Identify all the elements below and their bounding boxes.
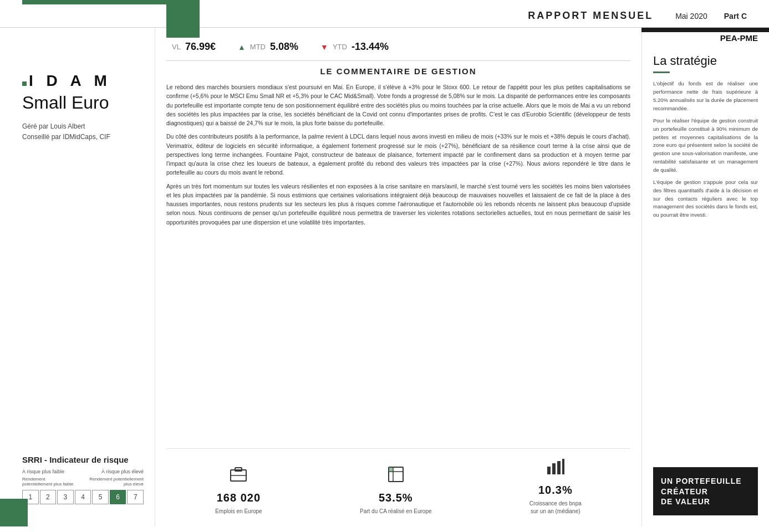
svg-rect-9 — [557, 461, 561, 474]
srri-boxes: 1 2 3 4 5 6 7 — [22, 490, 144, 504]
tagline-line1: UN PORTEFEUILLE — [661, 476, 750, 486]
bnpa-value: 10.3% — [538, 484, 573, 497]
srri-box-5: 5 — [92, 490, 109, 504]
ca-value: 53.5% — [379, 492, 413, 504]
ytd-arrow-icon: ▼ — [320, 43, 328, 52]
srri-label-low: À risque plus faible — [22, 469, 64, 474]
brand-dot — [22, 81, 27, 86]
svg-rect-7 — [547, 467, 551, 474]
srri-box-2: 2 — [40, 490, 57, 504]
strategy-p1: L'objectif du fonds est de réaliser une … — [653, 80, 758, 112]
commentary-section: LE COMMENTAIRE DE GESTION Le rebond des … — [166, 66, 630, 443]
srri-sublabel-high: Rendement potentiellementplus élevé — [89, 477, 144, 487]
srri-title: SRRI - Indicateur de risque — [22, 455, 144, 464]
brand-name: I D A M — [29, 72, 111, 89]
brand-name-row: I D A M — [22, 72, 144, 90]
mtd-arrow-icon: ▲ — [238, 43, 246, 52]
tagline-line3: DE VALEUR — [661, 497, 750, 507]
mtd-label: MTD — [250, 43, 266, 51]
left-sidebar: I D A M Small Euro Géré par Louis Albert… — [0, 28, 155, 526]
bottom-stats-row: 168 020 Emplois en Europe 53.5% Part du … — [166, 448, 630, 515]
green-top-bar — [22, 0, 200, 4]
manager-info: Géré par Louis Albert Conseillé par IDMi… — [22, 121, 144, 142]
ytd-label: YTD — [333, 43, 347, 51]
commentary-text: Le rebond des marchés boursiers mondiaux… — [166, 83, 630, 227]
tagline-block: UN PORTEFEUILLE CRÉATEUR DE VALEUR — [653, 467, 758, 515]
fund-name: Small Euro — [22, 93, 144, 112]
srri-sublabel-low: Rendementpotentiellement plus faible — [22, 477, 74, 487]
stat-ytd: ▼ YTD -13.44% — [320, 41, 389, 53]
tagline-line2: CRÉATEUR — [661, 487, 750, 497]
right-top-bar — [641, 28, 769, 32]
vl-label: VL — [172, 43, 181, 51]
srri-box-7: 7 — [127, 490, 144, 504]
srri-sublabels: Rendementpotentiellement plus faible Ren… — [22, 477, 144, 487]
emplois-icon — [228, 464, 248, 488]
ca-icon — [386, 464, 406, 488]
pea-pme-label: PEA-PME — [653, 33, 758, 43]
manager-line2: Conseillé par IDMidCaps, CIF — [22, 132, 144, 142]
svg-rect-10 — [562, 459, 564, 474]
ca-label: Part du CA réalisé en Europe — [360, 508, 432, 515]
manager-line1: Géré par Louis Albert — [22, 121, 144, 132]
svg-rect-6 — [389, 467, 393, 472]
mtd-value: 5.08% — [270, 41, 298, 53]
main-layout: I D A M Small Euro Géré par Louis Albert… — [0, 28, 769, 526]
strategy-title: La stratégie — [653, 54, 758, 68]
srri-box-6-active: 6 — [110, 490, 126, 504]
strategy-p3: L'équipe de gestion s'appuie pour cela s… — [653, 178, 758, 219]
commentary-p3: Après un très fort momentum sur toutes l… — [166, 182, 630, 227]
bottom-stat-emplois: 168 020 Emplois en Europe — [215, 464, 262, 515]
right-sidebar: PEA-PME La stratégie L'objectif du fonds… — [641, 28, 769, 526]
bottom-stat-bnpa: 10.3% Croissance des bnpasur un an (médi… — [529, 457, 582, 515]
bnpa-icon — [546, 457, 566, 480]
bottom-stat-ca: 53.5% Part du CA réalisé en Europe — [360, 464, 432, 515]
emplois-value: 168 020 — [217, 492, 261, 504]
vl-value: 76.99€ — [185, 41, 216, 53]
strategy-underline — [653, 71, 670, 73]
green-square-decoration — [166, 4, 200, 38]
srri-labels: À risque plus faible À risque plus élevé — [22, 469, 144, 474]
center-content: VL 76.99€ ▲ MTD 5.08% ▼ YTD -13.44% LE C… — [155, 28, 641, 526]
stat-vl: VL 76.99€ — [172, 41, 216, 53]
ytd-value: -13.44% — [352, 41, 389, 53]
stats-row: VL 76.99€ ▲ MTD 5.08% ▼ YTD -13.44% — [166, 33, 630, 61]
bnpa-label: Croissance des bnpasur un an (médiane) — [529, 500, 582, 515]
strategy-p2: Pour le réaliser l'équipe de gestion con… — [653, 117, 758, 174]
strategy-text: L'objectif du fonds est de réaliser une … — [653, 80, 758, 224]
srri-box-4: 4 — [75, 490, 91, 504]
commentary-title: LE COMMENTAIRE DE GESTION — [166, 66, 630, 76]
report-title: RAPPORT MENSUEL — [528, 10, 653, 22]
srri-section: SRRI - Indicateur de risque À risque plu… — [22, 455, 144, 504]
srri-box-3: 3 — [57, 490, 74, 504]
srri-label-high: À risque plus élevé — [101, 469, 144, 474]
commentary-p1: Le rebond des marchés boursiers mondiaux… — [166, 83, 630, 127]
report-part: Part C — [724, 12, 747, 21]
commentary-p2: Du côté des contributeurs positifs à la … — [166, 132, 630, 177]
svg-rect-8 — [552, 463, 556, 474]
report-date: Mai 2020 — [675, 12, 707, 21]
brand-block: I D A M Small Euro Géré par Louis Albert… — [22, 72, 144, 143]
emplois-label: Emplois en Europe — [215, 508, 262, 515]
left-bottom-square — [0, 499, 28, 526]
stat-mtd: ▲ MTD 5.08% — [238, 41, 298, 53]
